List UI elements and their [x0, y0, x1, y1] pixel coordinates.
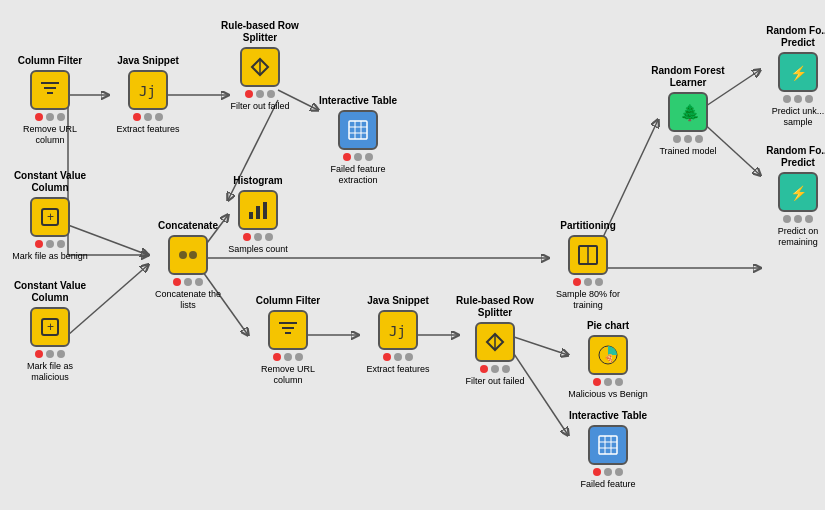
svg-rect-26 — [349, 121, 367, 139]
rule-based-splitter-bottom-node[interactable]: Rule-based Row Splitter Filter out faile… — [455, 295, 535, 387]
constant-value-benign-node[interactable]: Constant Value Column + Mark file as ben… — [10, 170, 90, 262]
random-forest-learner-node[interactable]: Random Forest Learner 🌲 Trained model — [648, 65, 728, 157]
svg-text:Jj: Jj — [139, 83, 156, 99]
java-snippet-bottom-node[interactable]: Java Snippet Jj Extract features — [358, 295, 438, 375]
svg-rect-20 — [41, 82, 59, 84]
pie-chart-node[interactable]: Pie chart 🍕 Malicious vs Benign — [568, 320, 648, 400]
java-snippet-top-node[interactable]: Java Snippet Jj Extract features — [108, 55, 188, 135]
histogram-node[interactable]: Histogram Samples count — [218, 175, 298, 255]
svg-rect-31 — [249, 212, 253, 219]
svg-text:⚡: ⚡ — [790, 65, 808, 82]
column-filter-bottom-node[interactable]: Column Filter Remove URL column — [248, 295, 328, 386]
svg-text:⚡: ⚡ — [790, 185, 808, 202]
rf-predictor-remaining-node[interactable]: Random Fo... Predict ⚡ Predict on remain… — [758, 145, 825, 248]
svg-rect-22 — [47, 92, 53, 94]
interactive-table-bottom-node[interactable]: Interactive Table Failed feature — [568, 410, 648, 490]
rf-predictor-sample-node[interactable]: Random Fo... Predict ⚡ Predict unk... sa… — [758, 25, 825, 128]
svg-rect-41 — [282, 327, 294, 329]
constant-value-malicious-node[interactable]: Constant Value Column + Mark file as mal… — [10, 280, 90, 383]
concatenate-node[interactable]: Concatenate Concatenate the lists — [148, 220, 228, 311]
rule-based-splitter-top-node[interactable]: Rule-based Row Splitter Filter out faile… — [220, 20, 300, 112]
svg-rect-21 — [44, 87, 56, 89]
svg-rect-42 — [285, 332, 291, 334]
svg-rect-50 — [599, 436, 617, 454]
svg-text:+: + — [47, 320, 54, 334]
svg-text:🍕: 🍕 — [604, 353, 614, 363]
interactive-table-top-node[interactable]: Interactive Table Failed feature extract… — [318, 95, 398, 186]
partitioning-node[interactable]: Partitioning Sample 80% for training — [548, 220, 628, 311]
svg-text:+: + — [47, 210, 54, 224]
svg-rect-33 — [263, 202, 267, 219]
workflow-canvas: Column Filter Remove URL column Java Sni… — [0, 0, 825, 510]
svg-text:🌲: 🌲 — [680, 103, 700, 122]
svg-rect-32 — [256, 206, 260, 219]
svg-point-37 — [189, 251, 197, 259]
column-filter-node[interactable]: Column Filter Remove URL column — [10, 55, 90, 146]
svg-text:Jj: Jj — [389, 323, 406, 339]
svg-point-36 — [179, 251, 187, 259]
svg-rect-40 — [279, 322, 297, 324]
